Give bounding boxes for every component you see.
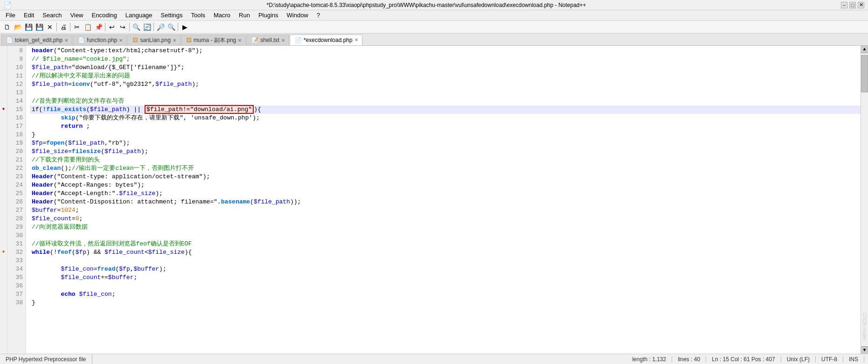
close-button2[interactable]: ✕	[45, 22, 55, 32]
scroll-down-button[interactable]: ▼	[861, 346, 868, 354]
menu-item-tools[interactable]: Tools	[187, 11, 209, 19]
code-line-9[interactable]: // $file_name="cookie.jpg";	[30, 55, 861, 63]
right-scrollbar[interactable]: ▲ ▼	[861, 46, 868, 354]
zoom-out-button[interactable]: 🔍	[166, 22, 176, 32]
code-line-25[interactable]: Header("Accept-Length:".$file_size);	[30, 189, 861, 198]
save-button[interactable]: 💾	[23, 22, 34, 32]
tab-icon-tab4: 🖼	[186, 37, 192, 43]
tab-close-tab6[interactable]: ✕	[354, 37, 358, 42]
find-button[interactable]: 🔍	[131, 22, 141, 32]
scroll-thumb[interactable]	[861, 55, 868, 92]
code-line-35[interactable]: $file_count+=$buffer;	[30, 273, 861, 282]
margin-21	[0, 155, 7, 163]
tab-tab6[interactable]: 📄*execdownload.php✕	[290, 35, 362, 45]
code-line-32[interactable]: while(!feof($fp) && $file_count<$file_si…	[30, 248, 861, 257]
tab-tab4[interactable]: 🖼muma - 副本.png✕	[181, 35, 246, 45]
tab-close-tab1[interactable]: ✕	[64, 38, 68, 43]
length-status: length : 1,132	[630, 356, 672, 363]
undo-button[interactable]: ↩	[107, 22, 117, 32]
margin-25	[0, 189, 7, 197]
replace-button[interactable]: 🔄	[142, 22, 152, 32]
code-line-10[interactable]: $file_path="download/{$_GET['filename']}…	[30, 63, 861, 72]
minimize-button[interactable]: −	[841, 2, 847, 8]
maximize-button[interactable]: □	[849, 2, 856, 8]
code-line-19[interactable]: $fp=fopen($file_path,"rb");	[30, 139, 861, 147]
code-line-15[interactable]: if(!file_exists($file_path) || $file_pat…	[30, 105, 861, 114]
tab-tab2[interactable]: 📄function.php✕	[73, 35, 127, 45]
menu-item-encoding[interactable]: Encoding	[88, 11, 121, 19]
copy-button[interactable]: 📋	[83, 22, 93, 32]
code-line-24[interactable]: Header("Accept-Ranges: bytes");	[30, 181, 861, 189]
tab-close-tab4[interactable]: ✕	[238, 38, 242, 43]
code-line-36[interactable]	[30, 282, 861, 290]
code-line-30[interactable]	[30, 231, 861, 240]
code-line-13[interactable]	[30, 89, 861, 97]
editor-container: ●● 8910111213141516171819202122232425262…	[0, 46, 868, 354]
line-num-28: 28	[11, 215, 23, 223]
code-line-18[interactable]: }	[30, 131, 861, 139]
margin-10	[0, 63, 7, 71]
tab-tab1[interactable]: 📄token_get_edit.php✕	[1, 35, 72, 45]
code-line-8[interactable]: header("Content-type:text/html;charset=u…	[30, 47, 861, 55]
menu-item-language[interactable]: Language	[122, 11, 156, 19]
tab-label-tab6: *execdownload.php	[304, 37, 353, 43]
code-line-31[interactable]: //循环读取文件流，然后返回到浏览器feof确认是否到EOF	[30, 240, 861, 248]
tab-close-tab3[interactable]: ✕	[173, 38, 176, 43]
margin-20	[0, 147, 7, 155]
code-line-33[interactable]	[30, 257, 861, 265]
code-line-22[interactable]: ob_clean();//输出前一定要clean一下，否则图片打不开	[30, 164, 861, 173]
code-line-23[interactable]: Header("Content-type: application/octet-…	[30, 173, 861, 181]
code-line-20[interactable]: $file_size=filesize($file_path);	[30, 147, 861, 156]
run-button[interactable]: ▶	[180, 22, 190, 32]
status-bar: PHP Hypertext Preprocessor file length :…	[0, 354, 868, 364]
code-line-28[interactable]: $file_count=0;	[30, 215, 861, 223]
menu-item-search[interactable]: Search	[39, 11, 65, 19]
code-line-29[interactable]: //向浏览器返回数据	[30, 223, 861, 231]
code-line-17[interactable]: return ;	[30, 122, 861, 131]
paste-button[interactable]: 📌	[93, 22, 104, 32]
line-num-8: 8	[11, 47, 23, 55]
line-num-15: 15	[11, 105, 23, 114]
open-button[interactable]: 📂	[13, 22, 23, 32]
print-button[interactable]: 🖨	[58, 22, 69, 32]
scroll-track[interactable]	[861, 53, 868, 346]
code-line-21[interactable]: //下载文件需要用到的头	[30, 156, 861, 164]
code-line-38[interactable]: }	[30, 299, 861, 307]
margin-32: ●	[0, 247, 7, 256]
code-line-34[interactable]: $file_con=fread($fp,$buffer);	[30, 265, 861, 273]
menu-item-plugins[interactable]: Plugins	[255, 11, 282, 19]
line-num-18: 18	[11, 131, 23, 139]
lines-status: lines : 40	[672, 356, 706, 363]
tab-close-tab5[interactable]: ✕	[281, 38, 285, 43]
code-line-26[interactable]: Header("Content-Disposition: attachment;…	[30, 198, 861, 206]
code-line-27[interactable]: $buffer=1024;	[30, 206, 861, 215]
menu-item-window[interactable]: Window	[283, 11, 312, 19]
tab-icon-tab2: 📄	[78, 37, 85, 43]
zoom-in-button[interactable]: 🔎	[155, 22, 166, 32]
tab-tab3[interactable]: 🖼sanLian.png✕	[127, 35, 180, 45]
cut-button[interactable]: ✂	[72, 22, 82, 32]
close-button[interactable]: ✕	[858, 2, 864, 8]
line-num-29: 29	[11, 223, 23, 231]
new-button[interactable]: 🗋	[2, 22, 12, 32]
tab-close-tab2[interactable]: ✕	[119, 38, 123, 43]
redo-button[interactable]: ↪	[118, 22, 128, 32]
menu-item-run[interactable]: Run	[235, 11, 254, 19]
code-line-11[interactable]: //用以解决中文不能显示出来的问题	[30, 72, 861, 80]
tab-tab5[interactable]: 📝shell.txt✕	[246, 35, 289, 45]
menu-item-edit[interactable]: Edit	[20, 11, 38, 19]
save-all-button[interactable]: 💾	[34, 22, 44, 32]
line-num-27: 27	[11, 206, 23, 215]
code-line-12[interactable]: $file_path=iconv("utf-8","gb2312",$file_…	[30, 80, 861, 89]
menu-item-macro[interactable]: Macro	[210, 11, 234, 19]
menu-item-?[interactable]: ?	[313, 11, 324, 19]
menu-item-view[interactable]: View	[67, 11, 87, 19]
code-line-37[interactable]: echo $file_con;	[30, 290, 861, 299]
code-line-16[interactable]: skip("你要下载的文件不存在，请里新下载", 'unsafe_down.ph…	[30, 114, 861, 122]
tab-bar: 📄token_get_edit.php✕📄function.php✕🖼sanLi…	[0, 34, 868, 46]
menu-item-settings[interactable]: Settings	[157, 11, 187, 19]
code-area[interactable]: header("Content-type:text/html;charset=u…	[26, 46, 861, 354]
scroll-up-button[interactable]: ▲	[861, 46, 868, 53]
menu-item-file[interactable]: File	[2, 11, 19, 19]
code-line-14[interactable]: //首先要判断给定的文件存在与否	[30, 97, 861, 105]
